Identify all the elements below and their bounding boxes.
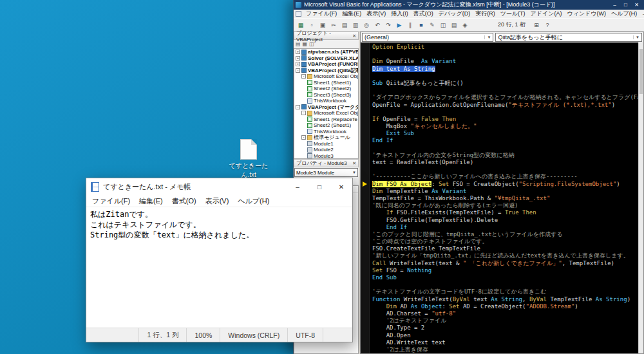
- minimize-icon[interactable]: –: [287, 178, 308, 196]
- tree-item[interactable]: Module1: [294, 141, 358, 147]
- menu-item-4[interactable]: 書式(O): [411, 10, 436, 18]
- menu-item-3[interactable]: 挿入(I): [388, 10, 411, 18]
- find-icon[interactable]: ◎: [361, 20, 372, 30]
- code-token: Exit Sub: [386, 130, 414, 136]
- code-token: [372, 303, 386, 310]
- cut-icon[interactable]: ✂: [328, 20, 339, 30]
- code-line: End If: [372, 224, 643, 231]
- collapse-icon[interactable]: -: [296, 68, 300, 73]
- sheet-icon: [307, 80, 312, 85]
- break-icon[interactable]: ∥: [405, 20, 415, 30]
- menu-item-0[interactable]: ファイル(F): [88, 196, 135, 206]
- properties-close-icon[interactable]: ✕: [352, 161, 356, 166]
- menu-item-10[interactable]: ヘルプ(H): [609, 10, 639, 18]
- tree-item[interactable]: +atpvbaen.xls (ATPVBA: [294, 49, 358, 55]
- module-window-icon[interactable]: [296, 11, 301, 17]
- folder-icon: [307, 135, 312, 140]
- notepad-text-area[interactable]: 私はZitanです。これはテキストファイルです。String型の変数「text」…: [86, 207, 352, 328]
- close-icon[interactable]: ✕: [631, 0, 642, 10]
- tree-item[interactable]: Module3: [294, 153, 358, 160]
- paste-icon[interactable]: ▥: [350, 20, 361, 30]
- notepad-titlebar[interactable]: てすときーたん.txt - メモ帳 – □ ✕: [86, 178, 352, 196]
- properties-panel-title: プロパティ - Module3: [296, 160, 347, 167]
- excel-view-icon[interactable]: ▦: [296, 20, 306, 30]
- desktop-file-icon[interactable]: てすときーたん.txt: [224, 139, 273, 180]
- minimize-icon[interactable]: –: [609, 0, 620, 10]
- code-token: If: [372, 116, 383, 122]
- menu-item-5[interactable]: デバッグ(D): [436, 10, 473, 18]
- properties-window-icon[interactable]: ▤: [449, 20, 459, 30]
- child-minimize-icon[interactable]: –: [639, 11, 644, 17]
- tree-item[interactable]: Sheet1 (ReplaceTe: [294, 116, 358, 123]
- menu-item-1[interactable]: 編集(E): [135, 196, 167, 206]
- maximize-icon[interactable]: □: [620, 0, 631, 10]
- code-editor[interactable]: Option ExplicitDim OpenFile As VariantDi…: [361, 42, 643, 353]
- tree-item[interactable]: +Solver (SOLVER.XLAM): [294, 55, 358, 62]
- tree-item[interactable]: Sheet2 (Sheet2): [294, 86, 358, 92]
- tree-item[interactable]: -VBAProject (マークダウン: [294, 104, 358, 111]
- menu-item-2[interactable]: 表示(V): [364, 10, 388, 18]
- redo-icon[interactable]: ↷: [383, 20, 393, 30]
- properties-object-selector[interactable]: Module3 Module ▼: [294, 168, 358, 177]
- tree-item[interactable]: -VBAProject (Qiita記事: [294, 68, 358, 74]
- view-code-icon[interactable]: ▤: [296, 41, 301, 47]
- menu-item-8[interactable]: アドイン(A): [528, 10, 565, 18]
- scrollbar-thumb[interactable]: [639, 49, 643, 94]
- tree-item[interactable]: -Microsoft Excel Object: [294, 110, 358, 116]
- project-icon: [301, 55, 307, 61]
- object-dropdown[interactable]: (General) ▼: [362, 33, 493, 42]
- maximize-icon[interactable]: □: [308, 178, 330, 196]
- design-mode-icon[interactable]: ✎: [427, 20, 437, 30]
- toggle-folders-icon[interactable]: ◫: [309, 41, 314, 47]
- project-explorer-icon[interactable]: ◫: [438, 20, 448, 30]
- menu-item-9[interactable]: ウィンドウ(W): [564, 10, 609, 18]
- wb-icon: [307, 98, 312, 104]
- code-line: TempTextFile = ThisWorkbook.Path & "¥tmp…: [372, 195, 643, 202]
- collapse-icon[interactable]: -: [301, 135, 306, 140]
- project-close-icon[interactable]: ✕: [352, 33, 356, 39]
- collapse-icon[interactable]: -: [301, 111, 306, 115]
- save-icon[interactable]: ▣: [317, 20, 328, 30]
- menu-item-1[interactable]: 編集(E): [339, 10, 364, 18]
- view-object-icon[interactable]: ▦: [303, 41, 308, 47]
- notepad-text-line: これはテキストファイルです。: [90, 219, 348, 230]
- tree-item[interactable]: Module2: [294, 147, 358, 153]
- reset-icon[interactable]: ■: [416, 20, 426, 30]
- expand-icon[interactable]: +: [296, 56, 300, 61]
- expand-icon[interactable]: +: [296, 62, 300, 66]
- menu-item-2[interactable]: 書式(O): [167, 196, 201, 206]
- text-file-icon: [240, 139, 257, 160]
- object-browser-icon[interactable]: ◈: [460, 20, 470, 30]
- code-token: [372, 224, 386, 230]
- copy-icon[interactable]: ▤: [339, 20, 350, 30]
- menu-item-4[interactable]: ヘルプ(H): [233, 196, 274, 206]
- menu-item-3[interactable]: 表示(V): [201, 196, 234, 206]
- expand-icon[interactable]: +: [296, 50, 300, 54]
- menu-item-6[interactable]: 実行(R): [473, 10, 498, 18]
- code-line: [372, 145, 643, 152]
- insert-userform-icon[interactable]: ▫: [307, 20, 317, 30]
- tree-item[interactable]: -標準モジュール: [294, 135, 358, 141]
- tree-item[interactable]: Sheet3 (Sheet3): [294, 92, 358, 98]
- tree-item[interactable]: Sheet2 (Sheet1): [294, 122, 358, 129]
- project-tree: +atpvbaen.xls (ATPVBA+Solver (SOLVER.XLA…: [294, 48, 359, 159]
- toolbox-icon[interactable]: ⊞: [531, 20, 542, 30]
- tree-item[interactable]: ThisWorkbook: [294, 129, 358, 135]
- menu-item-7[interactable]: ツール(T): [498, 10, 528, 18]
- close-icon[interactable]: ✕: [330, 178, 352, 196]
- tree-item[interactable]: Sheet1 (Sheet1): [294, 80, 358, 86]
- collapse-icon[interactable]: -: [296, 105, 300, 109]
- tree-item[interactable]: +VBAProject (FUNCRES: [294, 61, 358, 68]
- vbe-titlebar[interactable]: Microsoft Visual Basic for Applications …: [294, 0, 644, 10]
- code-token: text = ReadFileText(OpenFile): [372, 159, 473, 165]
- undo-icon[interactable]: ↶: [372, 20, 383, 30]
- help-icon[interactable]: ?: [542, 20, 553, 30]
- collapse-icon[interactable]: -: [301, 74, 306, 79]
- tree-item[interactable]: ThisWorkbook: [294, 98, 358, 104]
- code-vertical-scrollbar[interactable]: [638, 42, 643, 353]
- procedure-dropdown[interactable]: Qiita記事をもっと手軽に ▼: [495, 33, 642, 42]
- run-icon[interactable]: ▶: [394, 20, 404, 30]
- tree-item[interactable]: -Microsoft Excel Object: [294, 73, 358, 80]
- menu-item-0[interactable]: ファイル(F): [303, 10, 339, 18]
- project-icon: [301, 62, 307, 67]
